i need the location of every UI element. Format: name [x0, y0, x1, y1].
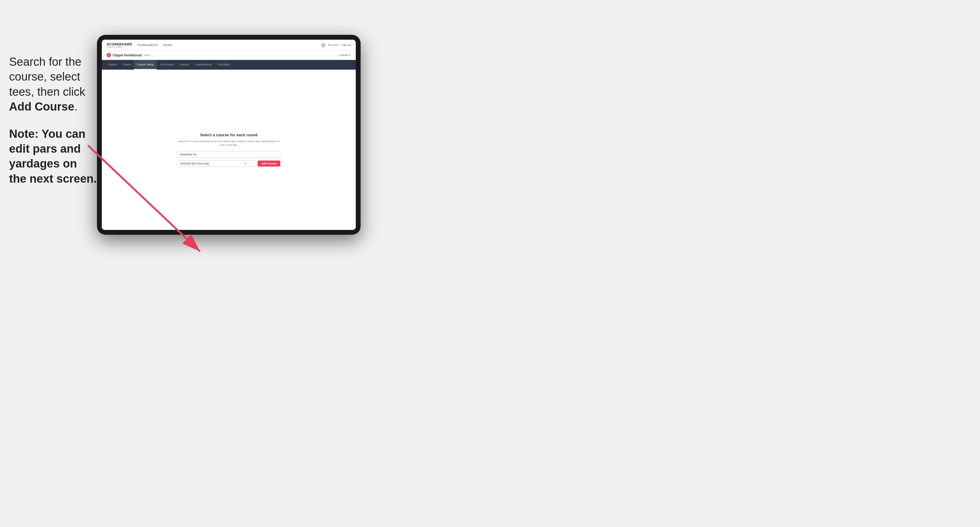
- cancel-button[interactable]: Cancel ✕: [339, 54, 351, 57]
- tee-select-value: Gold (M) (M) (7010 yds): [180, 162, 209, 165]
- tab-course-setup[interactable]: Course Setup: [134, 60, 157, 70]
- tee-clear-icon[interactable]: ✕: [245, 162, 247, 165]
- nav-tournaments[interactable]: TOURNAMENTS: [137, 44, 158, 47]
- add-course-button[interactable]: Add Course: [258, 160, 280, 167]
- tee-select-row: Gold (M) (M) (7010 yds) ✕ ⌃⌄ Add Course: [177, 160, 280, 167]
- user-avatar: [321, 43, 326, 48]
- tee-select-controls: ✕ ⌃⌄: [245, 162, 253, 165]
- section-description: Search for a course and select a tee. Yo…: [177, 140, 280, 147]
- tee-select[interactable]: Gold (M) (M) (7010 yds) ✕ ⌃⌄: [177, 160, 255, 167]
- instruction-bold: Add Course: [9, 100, 74, 113]
- content-box: Select a course for each round Search fo…: [177, 133, 280, 167]
- main-content: Select a course for each round Search fo…: [102, 70, 356, 230]
- section-title: Select a course for each round: [177, 133, 280, 137]
- tab-tee-groups[interactable]: Tee Groups: [157, 60, 177, 70]
- tournament-title: C Clippd Invitational (Men): [107, 53, 151, 57]
- tournament-header: C Clippd Invitational (Men) Cancel ✕: [102, 51, 356, 60]
- tournament-gender: (Men): [143, 54, 151, 57]
- course-search-input[interactable]: [177, 151, 280, 158]
- tab-printables[interactable]: Printables: [215, 60, 233, 70]
- nav-separator: |: [340, 44, 340, 46]
- tournament-name: Clippd Invitational: [113, 53, 142, 57]
- note-text: Note: You can edit pars and yardages on …: [9, 127, 97, 187]
- tabs-bar: Details Teams Course Setup Tee Groups Re…: [102, 60, 356, 70]
- tournament-logo: C: [107, 53, 111, 57]
- logo-sub: Powered by clippd: [107, 46, 132, 48]
- tab-leaderboards[interactable]: Leaderboards: [192, 60, 215, 70]
- top-nav-right: Test User | Sign out: [321, 43, 351, 48]
- tab-details[interactable]: Details: [105, 60, 120, 70]
- tee-arrows-icon[interactable]: ⌃⌄: [248, 162, 253, 165]
- logo-area: SCOREBOARD Powered by clippd: [107, 43, 132, 48]
- tablet-screen: SCOREBOARD Powered by clippd TOURNAMENTS…: [102, 40, 356, 230]
- user-name: Test User: [328, 44, 338, 46]
- instruction-text: Search for the course, select tees, then…: [9, 54, 97, 114]
- sign-out-link[interactable]: Sign out: [342, 44, 351, 46]
- tablet-device: SCOREBOARD Powered by clippd TOURNAMENTS…: [97, 35, 361, 235]
- tab-results[interactable]: Results: [177, 60, 192, 70]
- nav-teams[interactable]: TEAMS: [163, 44, 172, 47]
- tab-teams[interactable]: Teams: [120, 60, 134, 70]
- top-nav: SCOREBOARD Powered by clippd TOURNAMENTS…: [102, 40, 356, 51]
- logo-text: SCOREBOARD: [107, 43, 132, 46]
- instruction-panel: Search for the course, select tees, then…: [9, 54, 97, 198]
- top-nav-links: TOURNAMENTS TEAMS: [137, 44, 321, 47]
